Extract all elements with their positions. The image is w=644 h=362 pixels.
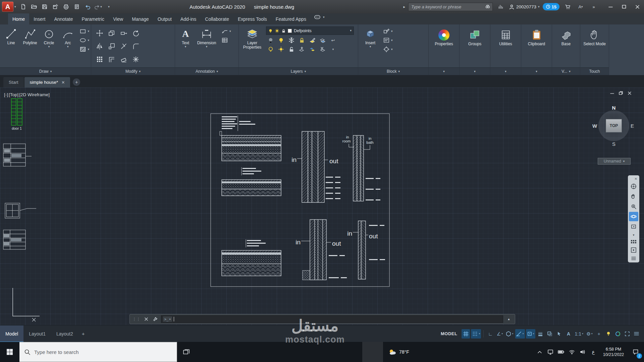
osnap-toggle[interactable]: ▾: [526, 329, 535, 339]
opera-icon[interactable]: [237, 342, 258, 362]
hidden-icons-chevron[interactable]: [535, 342, 545, 362]
language-indicator[interactable]: ع: [588, 342, 598, 362]
transparency-toggle[interactable]: [546, 329, 554, 339]
window-detail[interactable]: [5, 203, 36, 218]
annotation-visibility-toggle[interactable]: A: [565, 329, 573, 339]
scale-button[interactable]: [108, 43, 116, 50]
layer-freeze-button[interactable]: [287, 37, 296, 44]
ellipse-button[interactable]: [79, 37, 87, 44]
binoculars-icon[interactable]: [485, 4, 490, 9]
command-grip-handle[interactable]: ⋮⋮: [132, 317, 141, 321]
layer-merge-button[interactable]: [308, 46, 316, 53]
move-button[interactable]: [96, 29, 104, 37]
mirror-button[interactable]: [96, 43, 104, 50]
layer-unlock-button[interactable]: [287, 46, 296, 53]
zoom-button[interactable]: [629, 202, 638, 211]
search-expand-icon[interactable]: ▸: [403, 5, 405, 9]
layer-thaw-button[interactable]: [277, 46, 285, 53]
clipboard-button[interactable]: Clipboard: [523, 27, 551, 46]
new-button[interactable]: [18, 2, 28, 11]
panel-label-modify[interactable]: Modify▾: [91, 67, 175, 75]
grid-toggle[interactable]: [462, 329, 470, 339]
signin[interactable]: 20020773 ▾: [509, 4, 540, 10]
trial-countdown[interactable]: 15: [543, 3, 559, 10]
utilities-button[interactable]: Utilities: [492, 27, 520, 46]
layer-lock-button[interactable]: [298, 37, 306, 44]
save-button[interactable]: [40, 2, 50, 11]
copy-button[interactable]: [108, 29, 116, 37]
annotation-monitor-toggle[interactable]: +: [595, 329, 603, 339]
tab-annotate[interactable]: Annotate: [50, 13, 77, 24]
viewport-visual-style-control[interactable]: [2D Wireframe]: [19, 92, 50, 97]
navbar-expand-icon[interactable]: ▾: [629, 232, 638, 238]
command-history-icon[interactable]: ▲: [505, 316, 512, 322]
panel-label-properties[interactable]: ▾: [429, 67, 459, 75]
osnap-tracking-toggle[interactable]: ▾: [515, 329, 525, 339]
tab-featured-apps[interactable]: Featured Apps: [271, 13, 311, 24]
viewport-view-control[interactable]: [Top]: [9, 92, 18, 97]
text-button[interactable]: A Text ▾: [177, 26, 194, 67]
drawing-area[interactable]: [-] [Top] [2D Wireframe] door 1: [0, 87, 644, 325]
line-button[interactable]: Line: [2, 26, 20, 67]
base-button[interactable]: Base: [552, 27, 580, 46]
groups-button[interactable]: Groups: [461, 27, 489, 46]
autocad-taskbar-icon[interactable]: A: [362, 342, 383, 362]
navbar-grid-icon[interactable]: [629, 239, 638, 245]
close-icon[interactable]: ✕: [61, 80, 65, 85]
start-button[interactable]: [0, 342, 19, 362]
clean-screen-toggle[interactable]: [623, 329, 631, 339]
close-button[interactable]: [631, 0, 644, 13]
viewcube-east[interactable]: E: [631, 123, 634, 129]
schedule-table-1[interactable]: [3, 144, 32, 166]
tab-insert[interactable]: Insert: [29, 13, 50, 24]
tab-manage[interactable]: Manage: [127, 13, 153, 24]
layer-isolate-button[interactable]: [277, 37, 285, 44]
insert-button[interactable]: Insert ▾: [360, 26, 381, 67]
trim-button[interactable]: [120, 43, 128, 50]
layout-tab-model[interactable]: Model: [0, 325, 23, 342]
minimize-button[interactable]: [604, 0, 617, 13]
viewcube[interactable]: N W E S TOP: [594, 105, 633, 152]
panel-label-block[interactable]: Block▾: [358, 67, 428, 75]
isodraft-toggle[interactable]: ▾: [505, 329, 514, 339]
open-button[interactable]: [29, 2, 39, 11]
ucs-selector[interactable]: Unnamed ▾: [598, 158, 631, 165]
app-menu-button[interactable]: A ▾: [2, 2, 16, 12]
new-drawing-tab-button[interactable]: +: [73, 78, 80, 86]
customization-menu-icon[interactable]: [632, 329, 641, 339]
cart-icon[interactable]: [562, 2, 573, 11]
panel-label-layers[interactable]: Layers▾: [239, 67, 358, 75]
store-icon[interactable]: [196, 342, 217, 362]
fillet-button[interactable]: [132, 43, 140, 50]
tab-addins[interactable]: Add-ins: [176, 13, 201, 24]
graphics-performance-toggle[interactable]: [613, 329, 622, 339]
panel-label-touch[interactable]: Touch: [580, 67, 609, 75]
properties-button[interactable]: Properties: [430, 27, 458, 46]
display-icon[interactable]: [545, 342, 555, 362]
viewport-minimize-control[interactable]: [-]: [4, 92, 8, 97]
drawing-minimize-button[interactable]: [610, 91, 614, 96]
object-isolate-toggle[interactable]: [604, 329, 612, 339]
snap-toggle[interactable]: ▾: [471, 329, 481, 339]
circle-button[interactable]: Circle ▾: [40, 26, 58, 67]
panel-label-draw[interactable]: Draw▾: [0, 67, 91, 75]
explode-button[interactable]: [132, 56, 140, 63]
viewcube-south[interactable]: S: [594, 141, 633, 147]
help-search-input[interactable]: [411, 4, 483, 10]
taskbar-search-input[interactable]: [34, 349, 172, 355]
dimension-button[interactable]: Dimension ▾: [194, 26, 219, 67]
layer-states-button[interactable]: ▾: [329, 46, 337, 53]
powerpoint-icon[interactable]: P: [321, 342, 341, 362]
model-space-label[interactable]: MODEL: [441, 331, 457, 336]
mail-icon[interactable]: [217, 342, 237, 362]
tab-express-tools[interactable]: Express Tools: [233, 13, 271, 24]
schedule-table-2[interactable]: [3, 230, 25, 249]
undo-button[interactable]: [83, 2, 93, 11]
viewcube-west[interactable]: W: [592, 123, 597, 129]
layer-match-button[interactable]: [319, 37, 327, 44]
arc-button[interactable]: Arc ▾: [58, 26, 77, 67]
rotate-button[interactable]: [132, 29, 140, 37]
tab-parametric[interactable]: Parametric: [77, 13, 109, 24]
save-as-button[interactable]: [50, 2, 60, 11]
taskbar-clock[interactable]: 6:58 PM 10/21/2022: [599, 342, 628, 362]
